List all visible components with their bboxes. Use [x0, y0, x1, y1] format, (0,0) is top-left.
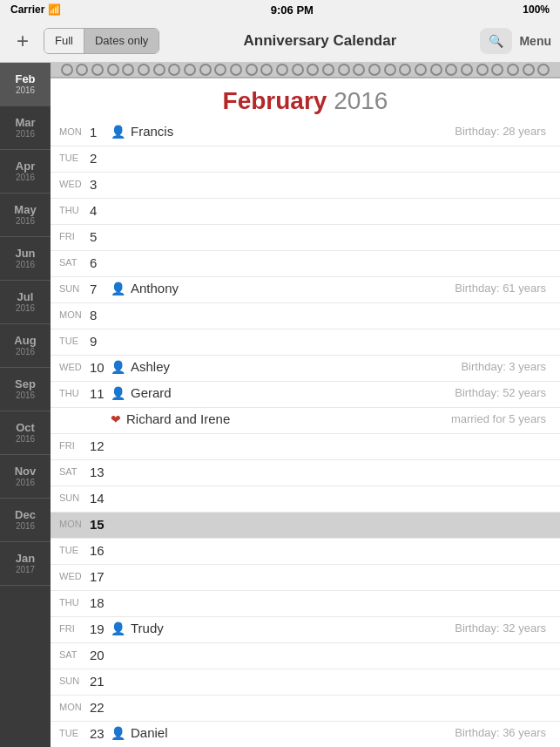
- spiral-loop: [476, 64, 489, 76]
- event-name: Ashley: [131, 359, 455, 374]
- sidebar-item-may-2016[interactable]: May 2016: [0, 194, 51, 237]
- day-events: ❤ Richard and Irene married for 5 years: [111, 411, 546, 426]
- event-row[interactable]: 👤 Daniel Birthday: 36 years: [111, 725, 546, 740]
- sidebar-year-label: 2016: [16, 303, 35, 314]
- sidebar-item-mar-2016[interactable]: Mar 2016: [0, 106, 51, 150]
- sidebar-item-jan-2017[interactable]: Jan 2017: [0, 542, 51, 586]
- seg-dates-only-button[interactable]: Dates only: [84, 29, 159, 53]
- spiral-loop: [184, 64, 196, 76]
- sidebar: Feb 2016 Mar 2016 Apr 2016 May 2016 Jun …: [0, 63, 51, 747]
- sidebar-item-apr-2016[interactable]: Apr 2016: [0, 150, 51, 194]
- day-weekday: TUE: [59, 542, 90, 555]
- event-detail: married for 5 years: [451, 412, 546, 425]
- spiral-loop: [307, 64, 319, 76]
- event-row[interactable]: 👤 Gerard Birthday: 52 years: [111, 385, 546, 400]
- day-weekday: FRI: [59, 438, 90, 451]
- menu-button[interactable]: Menu: [519, 34, 551, 48]
- seg-full-button[interactable]: Full: [44, 29, 84, 53]
- sidebar-month-label: Apr: [16, 160, 35, 173]
- day-row: WED 10 👤 Ashley Birthday: 3 years: [51, 356, 560, 382]
- spiral-loop: [199, 64, 212, 76]
- sidebar-year-label: 2016: [16, 390, 35, 401]
- add-button[interactable]: +: [9, 27, 37, 55]
- day-row: TUE 9: [51, 329, 560, 356]
- day-row: TUE 16: [51, 539, 560, 565]
- event-row[interactable]: ❤ Richard and Irene married for 5 years: [111, 411, 546, 426]
- spiral-loop: [491, 64, 503, 76]
- day-number: 11: [90, 385, 111, 401]
- sidebar-item-jul-2016[interactable]: Jul 2016: [0, 281, 51, 324]
- calendar-area[interactable]: February 2016 MON 1 👤 Francis Birthday: …: [51, 63, 560, 747]
- day-events: 👤 Daniel Birthday: 36 years: [111, 725, 546, 740]
- spiral-loop: [107, 64, 119, 76]
- event-name: Trudy: [131, 621, 449, 635]
- day-weekday: THU: [59, 202, 90, 215]
- day-row: WED 17: [51, 565, 560, 591]
- sidebar-month-label: Mar: [15, 116, 35, 130]
- sidebar-month-label: Jul: [17, 290, 34, 304]
- day-weekday: WED: [59, 359, 90, 372]
- spiral-loop: [276, 64, 288, 76]
- event-name: Richard and Irene: [126, 411, 446, 426]
- sidebar-year-label: 2016: [16, 129, 35, 139]
- day-weekday: WED: [59, 568, 90, 581]
- event-name: Anthony: [131, 281, 449, 295]
- day-row: FRI 19 👤 Trudy Birthday: 32 years: [51, 617, 560, 643]
- day-weekday: TUE: [59, 150, 90, 163]
- event-name: Gerard: [131, 385, 449, 400]
- event-detail: Birthday: 36 years: [455, 726, 546, 739]
- day-number: 5: [90, 228, 111, 244]
- event-name: Francis: [131, 124, 449, 139]
- day-row: SUN 14: [51, 486, 560, 513]
- day-row: SAT 6: [51, 251, 560, 277]
- day-weekday: SAT: [59, 464, 90, 477]
- sidebar-year-label: 2016: [16, 173, 35, 183]
- status-left: Carrier 📶: [10, 3, 61, 16]
- day-row: MON 22: [51, 696, 560, 722]
- person-icon: 👤: [111, 621, 125, 635]
- battery-label: 100%: [523, 3, 550, 16]
- event-row[interactable]: 👤 Francis Birthday: 28 years: [111, 124, 546, 139]
- event-detail: Birthday: 28 years: [455, 125, 546, 138]
- spiral-loop: [430, 64, 442, 76]
- day-weekday: TUE: [59, 725, 90, 738]
- nav-bar: + Full Dates only Anniversary Calendar 🔍…: [0, 19, 560, 63]
- wifi-icon: 📶: [48, 3, 61, 16]
- spiral-loop: [230, 64, 242, 76]
- sidebar-year-label: 2016: [16, 347, 35, 357]
- day-row: WED 3: [51, 173, 560, 199]
- sidebar-item-feb-2016[interactable]: Feb 2016: [0, 63, 51, 106]
- spiral-loop: [91, 64, 104, 76]
- day-number: 20: [90, 647, 111, 662]
- day-row: SUN 7 👤 Anthony Birthday: 61 years: [51, 277, 560, 303]
- sidebar-item-oct-2016[interactable]: Oct 2016: [0, 411, 51, 455]
- month-header: February 2016: [51, 78, 560, 120]
- day-number: 16: [90, 542, 111, 558]
- sidebar-month-label: Sep: [15, 377, 36, 391]
- day-row: MON 8: [51, 303, 560, 329]
- day-weekday: WED: [59, 176, 90, 189]
- spiral-loop: [537, 64, 550, 76]
- day-number: 1: [90, 124, 111, 139]
- spiral-loop: [507, 64, 519, 76]
- spiral-loop: [445, 64, 457, 76]
- person-icon: 👤: [111, 125, 125, 139]
- sidebar-item-nov-2016[interactable]: Nov 2016: [0, 455, 51, 499]
- day-row: MON 1 👤 Francis Birthday: 28 years: [51, 120, 560, 146]
- sidebar-item-sep-2016[interactable]: Sep 2016: [0, 368, 51, 411]
- sidebar-item-dec-2016[interactable]: Dec 2016: [0, 499, 51, 542]
- event-row[interactable]: 👤 Ashley Birthday: 3 years: [111, 359, 546, 374]
- sidebar-year-label: 2016: [16, 434, 35, 445]
- event-row[interactable]: 👤 Anthony Birthday: 61 years: [111, 281, 546, 295]
- carrier-label: Carrier: [10, 3, 44, 16]
- spiral-loop: [353, 64, 365, 76]
- sidebar-month-label: Jun: [15, 247, 35, 261]
- sidebar-item-aug-2016[interactable]: Aug 2016: [0, 324, 51, 368]
- search-box[interactable]: 🔍: [480, 28, 512, 54]
- event-row[interactable]: 👤 Trudy Birthday: 32 years: [111, 621, 546, 635]
- spiral-loop: [292, 64, 304, 76]
- day-row: FRI 5: [51, 225, 560, 251]
- sidebar-year-label: 2016: [16, 521, 35, 532]
- sidebar-item-jun-2016[interactable]: Jun 2016: [0, 237, 51, 281]
- day-row: TUE 2: [51, 146, 560, 173]
